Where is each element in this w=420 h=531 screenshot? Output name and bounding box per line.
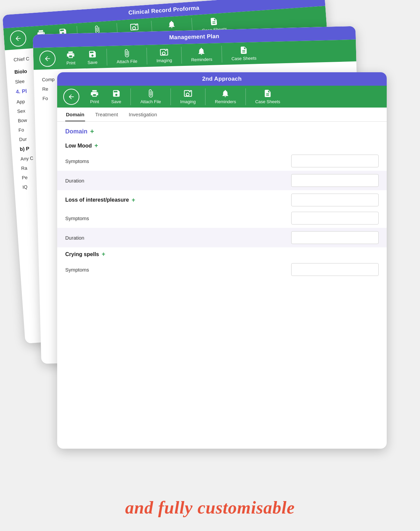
domain-label: Domain <box>65 128 87 135</box>
field-crying-symptoms: Symptoms <box>57 260 387 279</box>
card2-attach-button[interactable]: Attach File <box>110 47 144 66</box>
field-label-symptoms: Symptoms <box>65 158 291 164</box>
card2-print-button[interactable]: Print <box>60 49 82 67</box>
reminders-icon <box>197 47 206 56</box>
save-icon <box>112 89 121 98</box>
field-input-loss-interest-symptoms[interactable] <box>291 212 379 224</box>
section-low-mood-label: Low Mood <box>65 143 92 149</box>
card3-divider2 <box>170 88 171 105</box>
card3-attach-label: Attach File <box>140 99 161 104</box>
card2-attach-label: Attach File <box>117 59 138 65</box>
section-crying-spells: Crying spells + <box>57 247 387 260</box>
card1-back-button[interactable] <box>9 30 27 47</box>
field-label-symptoms3: Symptoms <box>65 267 291 273</box>
card3-attach-button[interactable]: Attach File <box>134 88 167 106</box>
card2-casesheets-label: Case Sheets <box>231 55 257 61</box>
card3-save-label: Save <box>111 99 121 104</box>
crying-spells-add-button[interactable]: + <box>102 251 105 258</box>
section-crying-spells-label: Crying spells <box>65 251 99 257</box>
low-mood-add-button[interactable]: + <box>94 142 98 149</box>
card3-toolbar: Print Save Attach File Imaging Reminders <box>57 86 387 108</box>
reminders-icon <box>167 20 177 29</box>
card3-save-button[interactable]: Save <box>105 88 127 106</box>
section-loss-interest-label: Loss of interest/pleasure <box>65 197 129 203</box>
back-arrow-icon <box>44 55 51 63</box>
reminders-icon <box>221 89 230 98</box>
field-loss-interest-symptoms: Symptoms <box>57 208 387 228</box>
casesheets-icon <box>239 46 249 55</box>
attach-icon <box>146 89 155 98</box>
card2-reminders-button[interactable]: Reminders <box>185 45 218 64</box>
field-input-crying-symptoms[interactable] <box>291 263 379 276</box>
field-input-loss-interest-inline[interactable] <box>291 194 379 206</box>
field-loss-interest-duration: Duration <box>57 228 387 247</box>
card2-divider2 <box>146 47 147 64</box>
card3-casesheets-label: Case Sheets <box>255 99 280 104</box>
imaging-icon <box>159 48 168 57</box>
casesheets-icon <box>209 17 219 26</box>
watermark-text: and fully customisable <box>0 498 420 518</box>
field-input-low-mood-symptoms[interactable] <box>291 155 379 167</box>
card3-reminders-button[interactable]: Reminders <box>209 88 242 106</box>
card2-save-button[interactable]: Save <box>81 48 104 67</box>
card2-divider1 <box>107 48 107 65</box>
card2-back-button[interactable] <box>39 50 56 67</box>
card3-imaging-button[interactable]: Imaging <box>174 88 202 106</box>
field-low-mood-symptoms: Symptoms <box>57 151 387 171</box>
card2-imaging-button[interactable]: Imaging <box>150 46 178 65</box>
list-item: 4. Pl <box>15 88 27 94</box>
print-icon <box>90 89 99 98</box>
back-arrow-icon <box>68 93 75 100</box>
card3-title: 2nd Approach <box>57 72 387 86</box>
list-item: Biolo <box>14 68 27 75</box>
field-label-duration2: Duration <box>65 235 291 241</box>
card3-print-button[interactable]: Print <box>84 88 105 106</box>
tab-treatment[interactable]: Treatment <box>94 108 119 121</box>
tab-domain[interactable]: Domain <box>65 108 85 121</box>
card2-print-label: Print <box>66 60 75 66</box>
domain-add-button[interactable]: + <box>90 128 94 135</box>
field-low-mood-duration: Duration <box>57 171 387 190</box>
card3-divider1 <box>130 88 131 105</box>
back-arrow-icon <box>14 34 22 42</box>
section-low-mood: Low Mood + <box>57 139 387 151</box>
field-input-low-mood-duration[interactable] <box>291 174 379 187</box>
attach-icon <box>122 49 131 58</box>
domain-header: Domain + <box>57 122 387 139</box>
card3-back-button[interactable] <box>63 89 79 105</box>
card2-reminders-label: Reminders <box>191 57 212 63</box>
card2-divider4 <box>221 46 222 63</box>
casesheets-icon <box>263 89 272 98</box>
field-label-symptoms2: Symptoms <box>65 215 291 221</box>
card-2nd-approach: 2nd Approach Print Save Attach File Imag… <box>57 72 387 449</box>
imaging-icon <box>184 89 192 98</box>
list-item: b) P <box>20 146 29 152</box>
card2-imaging-label: Imaging <box>156 58 172 63</box>
card2-divider3 <box>181 47 182 64</box>
card3-divider4 <box>245 88 246 105</box>
card3-print-label: Print <box>90 99 99 104</box>
save-icon <box>88 50 97 59</box>
card3-reminders-label: Reminders <box>215 99 236 104</box>
card3-tabs: Domain Treatment Investigation <box>57 108 387 122</box>
scene: Clinical Record Proforma Print Save Atta… <box>0 0 420 531</box>
section-loss-interest: Loss of interest/pleasure + <box>57 190 387 208</box>
card3-imaging-label: Imaging <box>180 99 196 104</box>
card2-save-label: Save <box>87 60 98 65</box>
card2-casesheets-button[interactable]: Case Sheets <box>225 44 263 63</box>
card3-divider3 <box>205 88 205 105</box>
field-label-duration: Duration <box>65 178 291 183</box>
field-input-loss-interest-duration[interactable] <box>291 231 379 244</box>
loss-interest-add-button[interactable]: + <box>131 197 135 204</box>
print-icon <box>66 50 75 59</box>
imaging-icon <box>129 23 139 32</box>
tab-investigation[interactable]: Investigation <box>128 108 158 121</box>
card3-casesheets-button[interactable]: Case Sheets <box>249 88 286 106</box>
